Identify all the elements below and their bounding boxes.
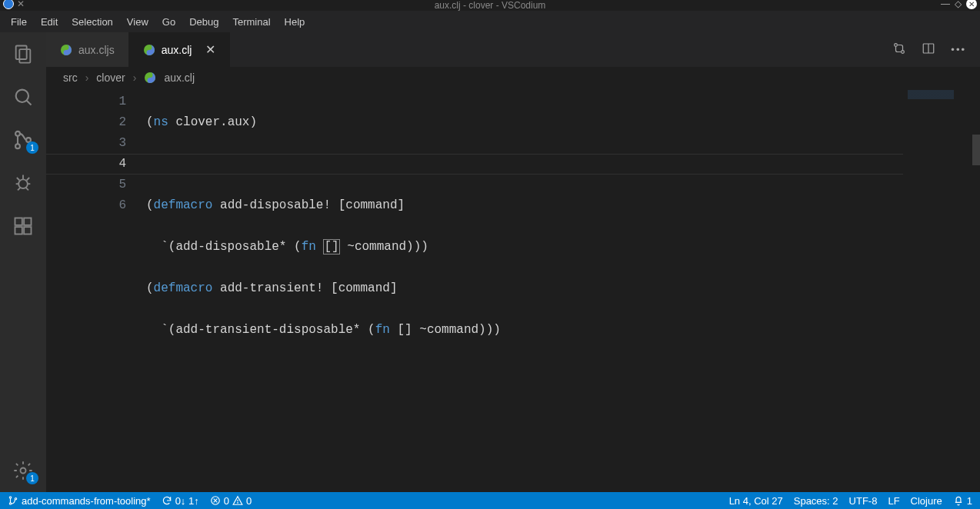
extensions-icon[interactable] bbox=[12, 215, 34, 237]
editor-area: aux.cljs aux.clj ✕ ••• src › clover › bbox=[46, 32, 980, 492]
scrollbar-thumb[interactable] bbox=[972, 135, 980, 165]
titlebar-close-x[interactable]: ✕ bbox=[17, 0, 25, 9]
sp bbox=[286, 240, 294, 254]
svg-point-2 bbox=[16, 90, 28, 102]
status-cursor[interactable]: Ln 4, Col 27 bbox=[729, 495, 783, 507]
tab-label: aux.cljs bbox=[78, 44, 115, 56]
line-number: 4 bbox=[46, 154, 126, 175]
branch-name: add-commands-from-tooling* bbox=[22, 495, 151, 507]
code-content[interactable]: (ns clover.aux) (defmacro add-disposable… bbox=[146, 88, 501, 492]
svg-point-22 bbox=[895, 44, 898, 47]
def-name: add-transient! bbox=[220, 281, 323, 295]
tab-label: aux.clj bbox=[162, 44, 192, 56]
paren: ( bbox=[294, 240, 302, 254]
sp bbox=[331, 198, 338, 212]
debug-icon[interactable] bbox=[12, 172, 34, 194]
def-name: add-disposable! bbox=[220, 198, 331, 212]
paren: ( bbox=[146, 281, 154, 295]
settings-badge: 1 bbox=[26, 472, 38, 484]
menu-view[interactable]: View bbox=[121, 14, 155, 30]
svg-point-5 bbox=[15, 144, 20, 148]
arg-vec: [command] bbox=[331, 281, 397, 295]
menu-edit[interactable]: Edit bbox=[35, 14, 64, 30]
paren: ))) bbox=[406, 240, 428, 254]
fn-call: add-disposable* bbox=[175, 240, 286, 254]
window-maximize-icon[interactable]: ◇ bbox=[955, 0, 962, 9]
unquote: ~command bbox=[419, 323, 478, 337]
vertical-scrollbar[interactable] bbox=[972, 88, 980, 492]
explorer-icon[interactable] bbox=[12, 43, 34, 65]
status-language[interactable]: Clojure bbox=[911, 495, 942, 507]
sp bbox=[168, 115, 176, 129]
settings-gear-icon[interactable]: 1 bbox=[12, 460, 34, 481]
menu-terminal[interactable]: Terminal bbox=[226, 14, 276, 30]
code-editor[interactable]: 1 2 3 4 5 6 (ns clover.aux) (defmacro ad… bbox=[46, 88, 980, 492]
svg-rect-18 bbox=[24, 218, 31, 225]
svg-point-34 bbox=[238, 503, 238, 504]
menu-debug[interactable]: Debug bbox=[183, 14, 225, 30]
sp bbox=[212, 198, 220, 212]
menu-file[interactable]: File bbox=[5, 14, 33, 30]
menu-help[interactable]: Help bbox=[278, 14, 312, 30]
status-eol[interactable]: LF bbox=[888, 495, 899, 507]
search-icon[interactable] bbox=[12, 86, 34, 108]
line-number: 5 bbox=[46, 175, 126, 195]
status-sync[interactable]: 0↓ 1↑ bbox=[162, 495, 199, 507]
window-close-icon[interactable]: ✕ bbox=[966, 0, 977, 9]
syntax-quote: `( bbox=[161, 323, 175, 337]
menu-selection[interactable]: Selection bbox=[65, 14, 118, 30]
menu-go[interactable]: Go bbox=[156, 14, 182, 30]
sp bbox=[212, 281, 220, 295]
svg-line-3 bbox=[27, 101, 32, 105]
paren: ( bbox=[146, 198, 154, 212]
close-tab-icon[interactable]: ✕ bbox=[205, 42, 215, 57]
svg-line-13 bbox=[18, 188, 21, 191]
chevron-right-icon: › bbox=[133, 72, 137, 84]
cursor-pos: Ln 4, Col 27 bbox=[729, 495, 783, 507]
ns-name: clover.aux bbox=[175, 115, 249, 129]
window-title: aux.clj - clover - VSCodium bbox=[435, 0, 546, 11]
paren: ) bbox=[249, 115, 257, 129]
status-branch[interactable]: add-commands-from-tooling* bbox=[8, 495, 151, 507]
svg-line-14 bbox=[26, 188, 29, 191]
svg-point-23 bbox=[902, 51, 905, 54]
svg-rect-15 bbox=[15, 218, 22, 225]
svg-rect-0 bbox=[16, 46, 27, 60]
scm-badge: 1 bbox=[26, 141, 38, 154]
svg-rect-16 bbox=[15, 227, 22, 234]
minimap[interactable] bbox=[903, 88, 972, 492]
compare-changes-icon[interactable] bbox=[892, 42, 906, 58]
tab-aux-clj[interactable]: aux.clj ✕ bbox=[129, 32, 231, 67]
line-number: 6 bbox=[46, 195, 126, 216]
unquote: ~command bbox=[347, 240, 406, 254]
status-encoding[interactable]: UTF-8 bbox=[849, 495, 878, 507]
split-editor-icon[interactable] bbox=[922, 42, 935, 58]
status-problems[interactable]: 0 0 bbox=[210, 495, 252, 507]
breadcrumb-seg[interactable]: aux.clj bbox=[164, 72, 195, 84]
window-minimize-icon[interactable]: — bbox=[941, 0, 950, 9]
eol-text: LF bbox=[888, 495, 899, 507]
paren: ( bbox=[146, 115, 154, 129]
breadcrumb-seg[interactable]: clover bbox=[96, 72, 125, 84]
paren: ( bbox=[368, 323, 375, 337]
status-notifications[interactable]: 1 bbox=[953, 495, 972, 507]
status-indent[interactable]: Spaces: 2 bbox=[794, 495, 838, 507]
clojure-icon bbox=[60, 44, 72, 56]
keyword: defmacro bbox=[154, 198, 213, 212]
rbracket: ] bbox=[332, 240, 339, 254]
svg-rect-1 bbox=[19, 49, 30, 63]
source-control-icon[interactable]: 1 bbox=[12, 129, 34, 151]
more-actions-icon[interactable]: ••• bbox=[951, 44, 966, 55]
sp bbox=[323, 281, 331, 295]
bracket-match-box: [] bbox=[323, 239, 339, 254]
tab-aux-cljs[interactable]: aux.cljs bbox=[46, 32, 129, 67]
git-branch-icon bbox=[8, 495, 18, 506]
arg-vec: [command] bbox=[338, 198, 405, 212]
breadcrumb[interactable]: src › clover › aux.clj bbox=[46, 67, 980, 88]
clojure-icon bbox=[143, 44, 155, 56]
lbracket: [ bbox=[324, 240, 332, 254]
svg-line-10 bbox=[27, 178, 30, 181]
breadcrumb-seg[interactable]: src bbox=[63, 72, 78, 84]
svg-point-4 bbox=[15, 131, 20, 136]
line-number: 2 bbox=[46, 112, 126, 133]
